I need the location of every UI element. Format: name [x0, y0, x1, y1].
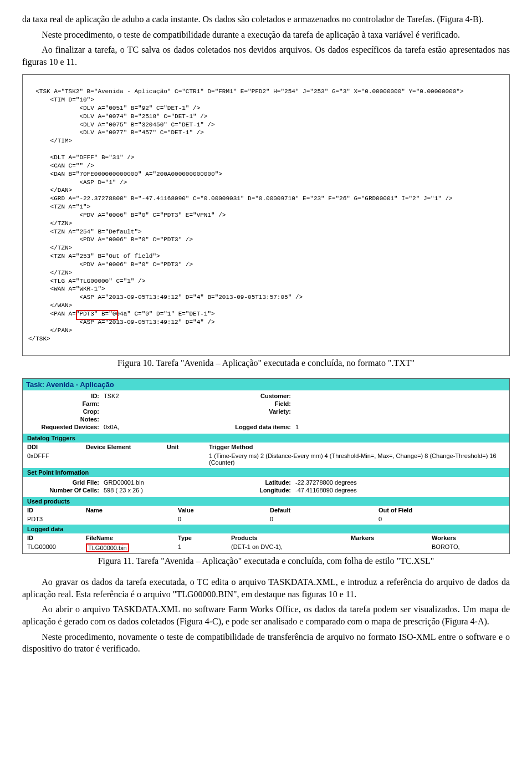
hdr-ld-fn: FileName [81, 533, 173, 542]
cell-up-def: 0 [265, 515, 374, 523]
val-gridfile: GRD00001.bin [104, 479, 214, 486]
lbl-field: Field: [219, 400, 291, 407]
hdr-de: Device Element [81, 443, 162, 451]
para-1a: da taxa real de aplicação de adubo a cad… [22, 13, 510, 26]
val-lon: -47.41168090 degrees [295, 487, 505, 494]
section-usedproducts: Used products [23, 497, 509, 506]
cell-ld-prod: (DET-1 on DVC-1), [227, 542, 346, 553]
val-reqdev: 0x0A, [104, 424, 214, 430]
cell-ld-type: 1 [173, 542, 227, 553]
figure11-caption: Figura 11. Tarefa "Avenida – Aplicação" … [22, 556, 510, 566]
lbl-logitems: Logged data items: [219, 424, 291, 430]
hdr-ld-wk: Workers [427, 533, 509, 542]
lbl-gridfile: Grid File: [27, 479, 99, 486]
datalog-table: DDI Device Element Unit Trigger Method 0… [23, 443, 509, 467]
val-id: TSK2 [104, 393, 214, 399]
hdr-unit: Unit [162, 443, 204, 451]
hdr-up-value: Value [173, 506, 265, 515]
cell-up-oof: 0 [374, 515, 509, 523]
usedproducts-table: ID Name Value Default Out of Field PDT3 … [23, 506, 509, 523]
panel-header-grid: ID: TSK2 Customer: Farm: Field: Crop: Va… [23, 390, 509, 433]
para-2b: Ao abrir o arquivo TASKDATA.XML no softw… [22, 603, 510, 627]
hdr-ld-prod: Products [227, 533, 346, 542]
xml-code-text: <TSK A="TSK2" B="Avenida - Aplicação" C=… [28, 88, 464, 342]
cell-ld-id: TLG00000 [23, 542, 81, 553]
section-setpoint: Set Point Information [23, 468, 509, 477]
val-field [295, 400, 505, 407]
val-numcells: 598 ( 23 x 26 ) [104, 487, 214, 494]
hdr-ld-id: ID [23, 533, 81, 542]
val-lat: -22.37278800 degrees [295, 479, 505, 486]
lbl-lat: Latitude: [219, 479, 291, 486]
cell-ld-wk: BOROTO, [427, 542, 509, 553]
para-2a: Ao gravar os dados da tarefa executada, … [22, 576, 510, 600]
val-crop [104, 408, 214, 415]
table-row: 0xDFFF 1 (Time-Every ms) 2 (Distance-Eve… [23, 451, 509, 467]
table-row: TLG00000 TLG00000.bin 1 (DET-1 on DVC-1)… [23, 542, 509, 553]
hdr-up-id: ID [23, 506, 81, 515]
figure10-caption: Figura 10. Tarefa "Avenida – Aplicação" … [22, 358, 510, 368]
cell-tm: 1 (Time-Every ms) 2 (Distance-Every mm) … [204, 451, 509, 467]
lbl-variety: Variety: [219, 408, 291, 415]
val-notes [104, 416, 214, 423]
cell-up-name [81, 515, 173, 523]
lbl-numcells: Number Of Cells: [27, 487, 99, 494]
lbl-farm: Farm: [27, 400, 99, 407]
para-2a-text: Ao gravar os dados da tarefa executada, … [22, 577, 510, 599]
cell-de [81, 451, 162, 467]
table-row: PDT3 0 0 0 [23, 515, 509, 523]
lbl-notes: Notes: [27, 416, 99, 423]
para-1b-text: Neste procedimento, o teste de compatibi… [42, 30, 460, 39]
cell-ddi: 0xDFFF [23, 451, 81, 467]
para-1c-text: Ao finalizar a tarefa, o TC salva os dad… [22, 45, 510, 67]
lbl-id: ID: [27, 393, 99, 399]
lbl-reqdev: Requested Devices: [27, 424, 99, 430]
hdr-up-oof: Out of Field [374, 506, 509, 515]
val-farm [104, 400, 214, 407]
para-2b-text: Ao abrir o arquivo TASKDATA.XML no softw… [22, 604, 510, 626]
lbl-lon: Longitude: [219, 487, 291, 494]
val-customer [295, 393, 505, 399]
para-1c: Ao finalizar a tarefa, o TC salva os dad… [22, 44, 510, 68]
cell-ld-fn: TLG00000.bin [81, 542, 173, 553]
lbl-customer: Customer: [219, 393, 291, 399]
val-variety [295, 408, 505, 415]
hdr-ld-mk: Markers [346, 533, 427, 542]
para-1b: Neste procedimento, o teste de compatibi… [22, 29, 510, 41]
hdr-ddi: DDI [23, 443, 81, 451]
cell-ld-mk [346, 542, 427, 553]
cell-up-id: PDT3 [23, 515, 81, 523]
hdr-ld-type: Type [173, 533, 227, 542]
cell-unit [162, 451, 204, 467]
xml-code-block: <TSK A="TSK2" B="Avenida - Aplicação" C=… [22, 74, 510, 356]
setpoint-grid: Grid File: GRD00001.bin Latitude: -22.37… [23, 477, 509, 496]
cell-up-value: 0 [173, 515, 265, 523]
panel-title: Task: Avenida - Aplicação [23, 379, 509, 390]
highlight-tlg-filename: TLG00000.bin [86, 543, 129, 552]
loggeddata-table: ID FileName Type Products Markers Worker… [23, 533, 509, 553]
hdr-up-name: Name [81, 506, 173, 515]
val-logitems: 1 [295, 424, 505, 430]
lbl-crop: Crop: [27, 408, 99, 415]
section-datalog: Datalog Triggers [23, 434, 509, 443]
hdr-tm: Trigger Method [204, 443, 509, 451]
para-2c-text: Neste procedimento, novamente o teste de… [22, 632, 510, 654]
section-loggeddata: Logged data [23, 525, 509, 533]
para-2c: Neste procedimento, novamente o teste de… [22, 631, 510, 655]
hdr-up-def: Default [265, 506, 374, 515]
task-panel: Task: Avenida - Aplicação ID: TSK2 Custo… [22, 378, 510, 554]
